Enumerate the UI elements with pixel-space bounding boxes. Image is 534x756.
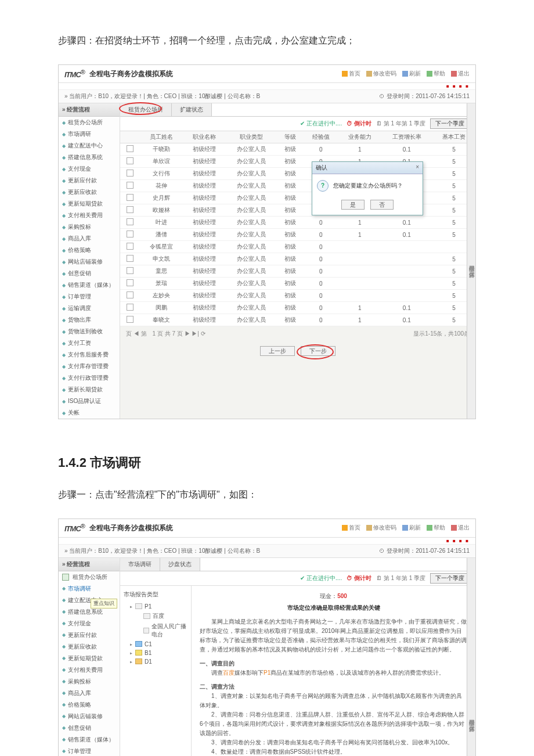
next-quarter-button[interactable]: 下一个季度 — [430, 573, 470, 584]
help-link[interactable]: 帮助 — [427, 70, 445, 78]
row-checkbox[interactable] — [127, 267, 134, 274]
sidebar-item[interactable]: ◆关帐 — [59, 407, 120, 419]
table-row[interactable]: 申文凯初级经理办公室人员初级05 — [120, 253, 475, 265]
row-checkbox[interactable] — [127, 255, 134, 262]
prev-step-button[interactable]: 上一步 — [260, 346, 295, 356]
dialog-yes-button[interactable]: 是 — [341, 200, 365, 210]
home-link[interactable]: 首页 — [342, 70, 360, 78]
table-row[interactable]: 闵鹏初级经理办公室人员初级010.15 — [120, 302, 475, 314]
sidebar-item[interactable]: ◆支付售后服务费 — [59, 349, 120, 361]
tab-expand-status[interactable]: 扩建状态 — [172, 103, 212, 116]
sidebar-item[interactable]: ◆网站店铺装修 — [59, 711, 120, 722]
right-rail[interactable]: 学习提醒 媒体广告 — [467, 558, 475, 756]
table-row[interactable]: 左妙央初级经理办公室人员初级05 — [120, 290, 475, 302]
sidebar-item[interactable]: ◆商品入库 — [59, 687, 120, 699]
next-step-button[interactable]: 下一步 — [301, 346, 335, 356]
tree-item[interactable]: ▸C1 — [124, 640, 187, 649]
sidebar-item[interactable]: ◆更新短期贷款 — [59, 198, 120, 210]
sidebar-item[interactable]: ◆运输调度 — [59, 303, 120, 314]
table-row[interactable]: 奉晓文初级经理办公室人员初级010.15 — [120, 314, 475, 326]
sidebar-item[interactable]: ◆支付库存管理费 — [59, 361, 120, 372]
row-checkbox[interactable] — [127, 291, 134, 298]
help-link[interactable]: 帮助 — [427, 524, 445, 532]
exit-link[interactable]: 退出 — [451, 524, 470, 532]
sidebar-item[interactable]: 租赁办公场所 — [59, 571, 120, 583]
dialog-no-button[interactable]: 否 — [370, 200, 394, 210]
tab-market-research[interactable]: 市场调研 — [120, 558, 160, 571]
row-checkbox[interactable] — [127, 231, 134, 237]
tree-item[interactable]: ▸D1 — [124, 657, 187, 666]
sidebar-item[interactable]: ◆租赁办公场所 — [59, 117, 120, 128]
home-link[interactable]: 首页 — [342, 524, 360, 532]
sidebar-item[interactable]: ◆订单管理 — [59, 291, 120, 303]
sidebar-item[interactable]: ◆更新长期贷款 — [59, 384, 120, 395]
pager[interactable]: 页 ◀ 第 1 页 共 7 页 ▶ ▶| ⟳ 显示1-15条，共100条 — [120, 326, 475, 341]
exit-link[interactable]: 退出 — [451, 70, 470, 78]
sidebar-item[interactable]: ◆更新短期贷款 — [59, 653, 120, 664]
password-link[interactable]: 修改密码 — [366, 70, 396, 78]
sidebar-item[interactable]: ◆更新应收款 — [59, 186, 120, 198]
theme-dots[interactable]: ■ ■ ■ ■ — [59, 538, 475, 544]
row-checkbox[interactable] — [127, 279, 134, 286]
table-row[interactable]: 干晓勤初级经理办公室人员初级010.15 — [120, 143, 475, 156]
sidebar-item[interactable]: ◆ISO品牌认证 — [59, 395, 120, 407]
sidebar-item[interactable]: ◆支付现金 — [59, 163, 120, 175]
theme-dots[interactable]: ■ ■ ■ ■ — [59, 83, 475, 89]
sidebar-item[interactable]: ◆价格策略 — [59, 244, 120, 256]
table-cell: 初级经理 — [183, 180, 226, 192]
sidebar-item[interactable]: ◆更新应付款 — [59, 629, 120, 641]
sidebar-item[interactable]: ◆支付相关费用 — [59, 664, 120, 676]
table-cell: 初级经理 — [183, 265, 226, 278]
sidebar-item[interactable]: ◆采购投标 — [59, 676, 120, 687]
sidebar-item[interactable]: ◆网站店铺装修 — [59, 256, 120, 268]
row-checkbox[interactable] — [127, 206, 134, 213]
table-row[interactable]: 潘倩初级经理办公室人员初级010.15 — [120, 229, 475, 241]
tree-item[interactable]: ▸P1 — [124, 602, 187, 611]
table-row[interactable]: 叶进初级经理办公室人员初级010.15 — [120, 217, 475, 229]
table-row[interactable]: 童思初级经理办公室人员初级05 — [120, 265, 475, 278]
sidebar-item[interactable]: ◆价格策略 — [59, 699, 120, 711]
row-checkbox[interactable] — [127, 304, 134, 311]
sidebar-item[interactable]: ◆支付相关费用 — [59, 210, 120, 221]
sidebar-item[interactable]: ◆支付行政管理费 — [59, 372, 120, 384]
sidebar-item[interactable]: ◆货物出库 — [59, 314, 120, 326]
row-checkbox[interactable] — [127, 170, 134, 177]
sidebar-item[interactable]: ◆市场调研 — [59, 583, 120, 595]
row-checkbox[interactable] — [127, 243, 134, 250]
sidebar-item[interactable]: ◆创意促销 — [59, 268, 120, 279]
sidebar-item[interactable]: ◆市场调研 — [59, 128, 120, 140]
table-row[interactable]: 景瑞初级经理办公室人员初级05 — [120, 278, 475, 290]
table-row[interactable]: 令狐星宜初级经理办公室人员初级0 — [120, 241, 475, 253]
sidebar-item[interactable]: ◆销售渠道（媒体） — [59, 734, 120, 746]
password-link[interactable]: 修改密码 — [366, 524, 396, 532]
tree-item[interactable]: ▸B1 — [124, 649, 187, 657]
sidebar-item[interactable]: ◆采购投标 — [59, 221, 120, 233]
sidebar-item[interactable]: ◆支付工资 — [59, 337, 120, 349]
refresh-link[interactable]: 刷新 — [402, 524, 421, 532]
row-checkbox[interactable] — [127, 157, 134, 164]
row-checkbox[interactable] — [127, 145, 134, 152]
sidebar-item[interactable]: ◆建立配送中心 — [59, 140, 120, 152]
row-checkbox[interactable] — [127, 194, 134, 201]
sidebar-item[interactable]: ◆订单管理 — [59, 746, 120, 756]
sidebar-item[interactable]: ◆更新应收款 — [59, 641, 120, 653]
tree-item[interactable]: 全国人民广播电台 — [124, 621, 187, 640]
tree-item[interactable]: 百度 — [124, 611, 187, 621]
sidebar-item[interactable]: ◆销售渠道（媒体） — [59, 279, 120, 291]
sidebar-item[interactable]: ◆货物送到验收 — [59, 326, 120, 337]
row-checkbox[interactable] — [127, 218, 134, 225]
sidebar-item[interactable]: ◆搭建信息系统 — [59, 152, 120, 163]
next-quarter-button[interactable]: 下一个季度 — [430, 118, 470, 129]
row-checkbox[interactable] — [127, 182, 134, 189]
sidebar-item[interactable]: ◆更新应付款 — [59, 175, 120, 186]
right-rail[interactable]: 学习提醒 媒体广告 — [467, 103, 475, 419]
dialog-close-icon[interactable]: × — [416, 164, 419, 172]
sidebar-item[interactable]: ◆创意促销 — [59, 722, 120, 734]
tab-sandbox-status[interactable]: 沙盘状态 — [160, 558, 200, 571]
folder-icon — [135, 641, 142, 647]
row-checkbox[interactable] — [127, 316, 134, 323]
sidebar-item[interactable]: ◆支付现金 — [59, 618, 120, 629]
sidebar-item[interactable]: ◆商品入库 — [59, 233, 120, 244]
tab-rent-office[interactable]: 租赁办公场所 — [120, 103, 172, 116]
refresh-link[interactable]: 刷新 — [402, 70, 421, 78]
